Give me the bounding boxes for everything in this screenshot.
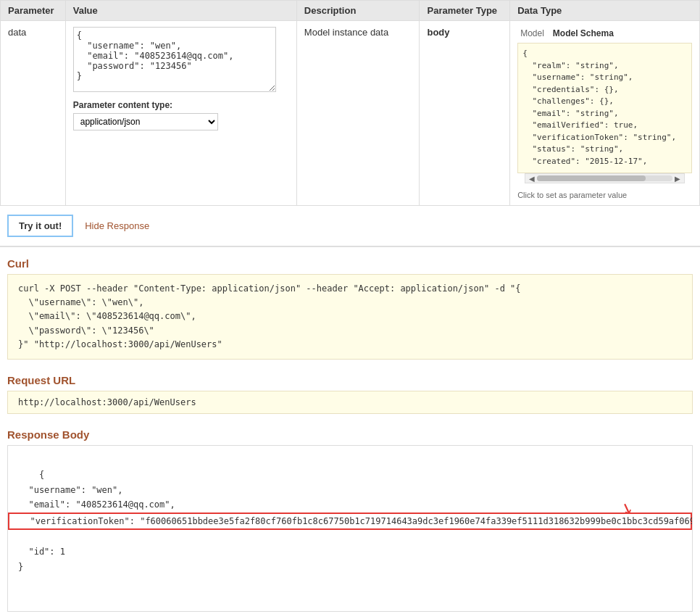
response-line6: } xyxy=(18,562,23,572)
param-type-value: body xyxy=(427,27,449,38)
response-line5: "id": 1 xyxy=(18,547,65,557)
col-header-value: Value xyxy=(65,1,296,21)
schema-click-note: Click to set as parameter value xyxy=(517,191,692,199)
request-url-box: http://localhost:3000/api/WenUsers xyxy=(7,391,693,414)
scroll-right-arrow[interactable]: ▶ xyxy=(672,175,683,183)
param-value-cell: { "username": "wen", "email": "408523614… xyxy=(65,21,296,206)
request-url-title: Request URL xyxy=(0,367,700,391)
response-body-box: { "username": "wen", "email": "408523614… xyxy=(7,445,693,612)
schema-scrollbar[interactable]: ◀ ▶ xyxy=(525,173,685,183)
scroll-left-arrow[interactable]: ◀ xyxy=(527,175,537,183)
hide-response-link[interactable]: Hide Response xyxy=(85,220,149,231)
params-table: Parameter Value Description Parameter Ty… xyxy=(0,0,700,206)
param-name: data xyxy=(8,27,26,38)
response-body-title: Response Body xyxy=(0,421,700,445)
schema-box: { "realm": "string", "username": "string… xyxy=(517,43,692,173)
response-line4-highlighted: "verificationToken": "f60060651bbdee3e5f… xyxy=(8,513,692,530)
col-header-param-type: Parameter Type xyxy=(420,1,510,21)
curl-title: Curl xyxy=(0,250,700,274)
model-schema-cell: Model Model Schema { "realm": "string", … xyxy=(510,21,700,206)
response-line2: "username": "wen", xyxy=(18,485,123,495)
json-input[interactable]: { "username": "wen", "email": "408523614… xyxy=(73,27,276,92)
tab-model[interactable]: Model xyxy=(517,27,547,40)
try-it-out-button[interactable]: Try it out! xyxy=(7,215,73,237)
description-cell: Model instance data xyxy=(296,21,420,206)
tab-model-schema[interactable]: Model Schema xyxy=(550,27,617,40)
table-row: data { "username": "wen", "email": "4085… xyxy=(1,21,700,206)
response-line1: { xyxy=(39,470,44,480)
col-header-parameter: Parameter xyxy=(1,1,66,21)
model-tabs: Model Model Schema xyxy=(517,27,692,40)
param-name-cell: data xyxy=(1,21,66,206)
separator-1 xyxy=(0,246,700,247)
content-type-label: Parameter content type: xyxy=(73,100,289,110)
content-type-select[interactable]: application/json xyxy=(73,113,218,130)
scroll-track xyxy=(537,175,672,181)
curl-code-box: curl -X POST --header "Content-Type: app… xyxy=(7,274,693,360)
page-wrapper: Parameter Value Description Parameter Ty… xyxy=(0,0,700,614)
col-header-description: Description xyxy=(296,1,420,21)
param-type-cell: body xyxy=(420,21,510,206)
response-line3: "email": "408523614@qq.com", xyxy=(18,499,175,510)
scroll-thumb xyxy=(537,175,645,181)
try-section: Try it out! Hide Response xyxy=(0,206,700,246)
col-header-data-type: Data Type xyxy=(510,1,700,21)
description-text: Model instance data xyxy=(304,27,388,38)
